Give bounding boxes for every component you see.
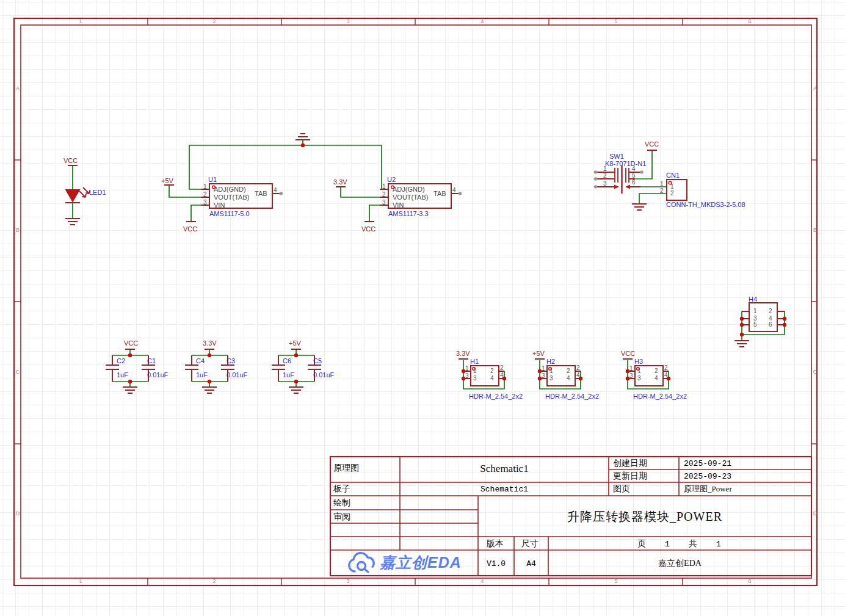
net-label-5v[interactable]: +5V <box>161 178 173 184</box>
component-h4[interactable] <box>742 303 785 332</box>
frame-row-label: D <box>15 511 21 516</box>
partname-h1[interactable]: HDR-M_2.54_2x2 <box>469 393 523 400</box>
net-label-vcc[interactable]: VCC <box>621 350 635 357</box>
u2-pin-number: 3 <box>382 200 386 206</box>
component-cn1[interactable] <box>667 179 687 200</box>
h2-pin-number: 3 <box>549 375 553 382</box>
h4-pin-number: 5 <box>753 322 757 328</box>
h2-pin-number: 1 <box>549 368 553 374</box>
frame-col-label: 5 <box>610 19 622 24</box>
value-c3[interactable]: 0.01uF <box>227 372 247 379</box>
tb-version-label: 版本 <box>487 540 504 548</box>
h2-pin-number: 3 <box>542 373 545 379</box>
ref-h2[interactable]: H2 <box>546 358 555 365</box>
partname-u1[interactable]: AMS1117-5.0 <box>209 211 250 217</box>
ref-h1[interactable]: H1 <box>470 358 479 365</box>
component-h2[interactable] <box>540 366 581 386</box>
tb-company: 嘉立创EDA <box>548 559 811 568</box>
net-label-vcc[interactable]: VCC <box>63 158 78 164</box>
net-label-5v[interactable]: +5V <box>289 340 301 347</box>
tb-size-label: 尺寸 <box>521 540 539 548</box>
h2-pin-number: 4 <box>567 375 570 382</box>
value-c4[interactable]: 1uF <box>196 372 208 379</box>
partname-u2[interactable]: AMS1117-3.3 <box>388 211 429 217</box>
net-label-3v3[interactable]: 3.3V <box>203 340 217 347</box>
h3-pin-number: 2 <box>664 365 668 371</box>
h4-pin-number: 1 <box>753 308 757 314</box>
frame-col-label: 4 <box>476 19 488 24</box>
frame-col-label: 1 <box>74 19 87 24</box>
frame-row-label: C <box>15 369 21 375</box>
frame-col-label: 2 <box>208 579 220 584</box>
ref-h3[interactable]: H3 <box>634 358 643 365</box>
u1-pin-number: 2 <box>203 192 207 198</box>
tb-title: 升降压转换器模块_POWER <box>478 510 811 523</box>
schematic-sheet: 1 2 3 4 5 6 1 2 3 4 5 6 A B C D A B C D … <box>0 0 845 616</box>
net-label-3v3[interactable]: 3.3V <box>333 179 347 186</box>
partname-h2[interactable]: HDR-M_2.54_2x2 <box>545 393 599 400</box>
ground-symbols[interactable] <box>65 134 749 393</box>
ref-c5[interactable]: C5 <box>313 358 322 364</box>
tb-version-value: V1.0 <box>478 560 514 568</box>
ref-c2[interactable]: C2 <box>117 358 125 364</box>
cn1-pin-number: 1 <box>670 184 674 190</box>
frame-col-label: 5 <box>610 579 622 584</box>
value-c1[interactable]: 0.01uF <box>147 372 168 379</box>
value-c5[interactable]: 0.01uF <box>313 372 334 379</box>
cn1-pin-number: 2 <box>660 188 664 194</box>
power-flags[interactable] <box>68 150 657 359</box>
ref-h4[interactable]: H4 <box>749 296 757 303</box>
ref-c4[interactable]: C4 <box>196 358 205 364</box>
tb-created-label: 创建日期 <box>613 459 647 468</box>
frame-col-label: 3 <box>342 19 354 24</box>
sw1-pin-number: 2 <box>603 173 607 179</box>
value-c6[interactable]: 1uF <box>283 372 294 379</box>
net-label-5v[interactable]: +5V <box>532 350 545 357</box>
tb-created-value: 2025-09-21 <box>684 460 731 468</box>
ref-sw1[interactable]: SW1 <box>609 153 624 160</box>
u2-pin-number: 2 <box>382 192 386 198</box>
tb-page-num: 1 <box>665 540 670 548</box>
value-c2[interactable]: 1uF <box>117 372 128 379</box>
ref-cn1[interactable]: CN1 <box>666 172 680 179</box>
sw1-pin-number: 1 <box>603 166 607 172</box>
h2-pin-number: 4 <box>576 372 580 379</box>
h1-pin-number: 2 <box>490 368 494 374</box>
frame-col-label: 6 <box>744 579 756 584</box>
h3-pin-number: 4 <box>664 372 668 379</box>
partname-cn1[interactable]: CONN-TH_MKDS3-2-5.08 <box>666 201 745 208</box>
ref-u2[interactable]: U2 <box>387 176 396 183</box>
ref-u1[interactable]: U1 <box>208 176 217 183</box>
h4-pin-number: 6 <box>769 322 772 328</box>
ref-c6[interactable]: C6 <box>283 358 291 364</box>
net-label-vcc[interactable]: VCC <box>645 141 659 148</box>
partname-h3[interactable]: HDR-M_2.54_2x2 <box>633 393 687 400</box>
component-sw1[interactable] <box>594 165 644 194</box>
net-label-vcc[interactable]: VCC <box>124 340 138 347</box>
eda-logo-text: 嘉立创EDA <box>380 555 462 570</box>
tb-board-label: 板子 <box>333 485 350 493</box>
h1-pin-number: 2 <box>500 365 504 371</box>
tb-updated-label: 更新日期 <box>613 472 647 480</box>
partname-sw1[interactable]: K8-7071D-N1 <box>605 161 646 167</box>
frame-col-label: 4 <box>476 579 488 584</box>
ref-c1[interactable]: C1 <box>147 358 156 364</box>
tb-review-label: 审阅 <box>333 513 350 521</box>
component-h1[interactable] <box>463 366 504 386</box>
component-led1[interactable] <box>65 187 90 203</box>
ref-led1[interactable]: LED1 <box>89 189 106 196</box>
u1-pin-name: VOUT(TAB) <box>214 194 249 201</box>
h2-pin-number: 2 <box>567 368 570 374</box>
ref-c3[interactable]: C3 <box>227 358 235 364</box>
eda-logo-icon <box>349 553 374 572</box>
h1-pin-number: 3 <box>465 373 469 379</box>
component-h3[interactable] <box>628 366 669 386</box>
tb-drawn-label: 绘制 <box>333 499 350 507</box>
junction-dots <box>128 143 786 383</box>
schematic-graphics <box>0 0 845 616</box>
frame-row-label: A <box>15 86 21 92</box>
net-label-vcc[interactable]: VCC <box>361 226 375 233</box>
h1-pin-number: 1 <box>465 366 469 372</box>
net-label-3v3[interactable]: 3.3V <box>456 350 470 357</box>
net-label-vcc[interactable]: VCC <box>183 226 197 233</box>
